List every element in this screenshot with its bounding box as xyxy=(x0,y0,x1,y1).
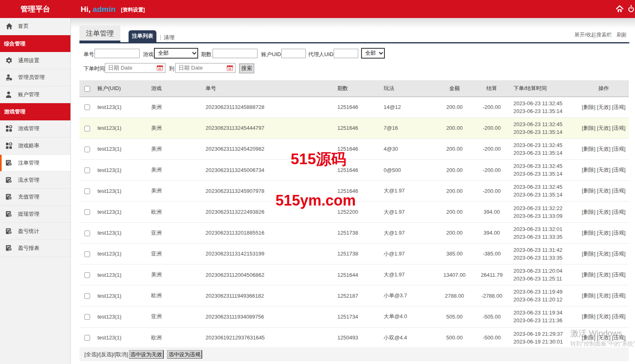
svg-text:31: 31 xyxy=(158,67,161,71)
svg-text:31: 31 xyxy=(228,67,231,71)
